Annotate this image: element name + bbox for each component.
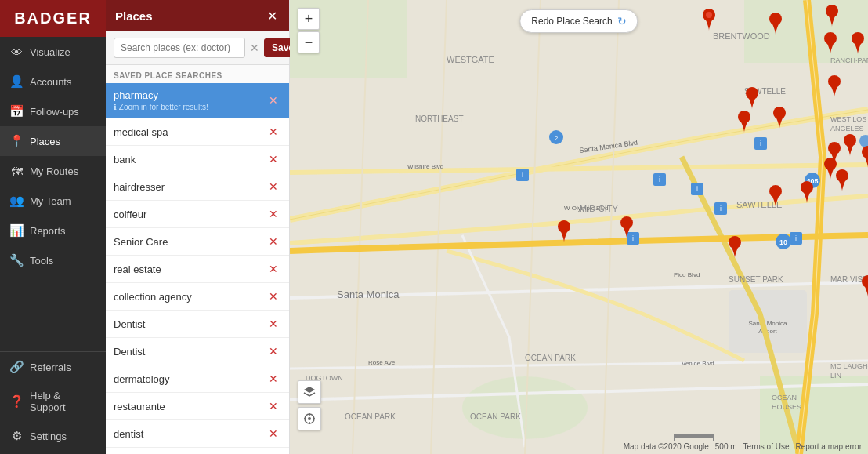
svg-text:OCEAN PARK: OCEAN PARK <box>345 412 396 421</box>
zoom-out-button[interactable]: − <box>298 31 320 53</box>
saved-searches-label: SAVED PLACE SEARCHES <box>106 65 289 83</box>
delete-item-button[interactable]: ✕ <box>266 289 281 303</box>
places-search-area: ✕ Save <box>106 31 289 65</box>
svg-text:OCEAN PARK: OCEAN PARK <box>525 354 576 362</box>
delete-item-button[interactable]: ✕ <box>266 262 281 276</box>
sidebar-item-reports[interactable]: 📊 Reports <box>0 216 106 245</box>
delete-item-button[interactable]: ✕ <box>266 93 281 107</box>
svg-text:OCEAN: OCEAN <box>772 394 797 401</box>
sidebar-item-settings[interactable]: ⚙ Settings <box>0 421 106 451</box>
delete-item-button[interactable]: ✕ <box>266 180 281 194</box>
svg-text:OCEAN PARK: OCEAN PARK <box>470 412 521 421</box>
svg-text:i: i <box>632 234 634 242</box>
svg-rect-78 <box>674 434 713 438</box>
svg-text:LIN: LIN <box>830 372 841 380</box>
svg-text:i: i <box>795 234 797 242</box>
map-container[interactable]: Santa Monica Airport <box>290 0 868 454</box>
svg-rect-80 <box>713 434 714 441</box>
list-item[interactable]: dentist ✕ <box>106 420 289 448</box>
delete-item-button[interactable]: ✕ <box>266 427 281 441</box>
list-item[interactable]: collection agency ✕ <box>106 283 289 311</box>
sidebar-item-referrals[interactable]: 🔗 Referrals <box>0 352 106 382</box>
clear-search-button[interactable]: ✕ <box>250 42 259 54</box>
sidebar-item-places[interactable]: 📍 Places <box>0 126 106 156</box>
list-item[interactable]: restaurante ✕ <box>106 393 289 420</box>
list-item[interactable]: real estate ✕ <box>106 256 289 283</box>
list-item[interactable]: hairdresser ✕ <box>106 173 289 201</box>
visualize-icon: 👁 <box>9 45 24 59</box>
delete-item-button[interactable]: ✕ <box>266 125 281 139</box>
list-item[interactable]: Senior Care ✕ <box>106 228 289 256</box>
list-item[interactable]: hospital ✕ <box>106 448 289 454</box>
sidebar: BADGER 👁 Visualize 👤 Accounts 📅 Follow-u… <box>0 0 106 454</box>
svg-text:HOUSES: HOUSES <box>772 403 801 411</box>
sidebar-item-visualize[interactable]: 👁 Visualize <box>0 37 106 67</box>
map-bottom-controls <box>298 380 321 430</box>
search-input[interactable] <box>114 38 245 58</box>
map-controls: + − <box>298 8 320 53</box>
delete-item-button[interactable]: ✕ <box>266 207 281 221</box>
svg-text:Rose Ave: Rose Ave <box>368 359 396 366</box>
places-header: Places ✕ <box>106 0 289 31</box>
svg-text:MC LAUGH-: MC LAUGH- <box>830 362 868 370</box>
nav-menu: 👁 Visualize 👤 Accounts 📅 Follow-ups 📍 Pl… <box>0 37 106 351</box>
list-item[interactable]: dermatology ✕ <box>106 365 289 393</box>
svg-text:i: i <box>760 140 761 147</box>
svg-text:i: i <box>522 171 523 179</box>
svg-text:Santa Monica: Santa Monica <box>337 289 400 300</box>
delete-item-button[interactable]: ✕ <box>266 152 281 166</box>
list-item[interactable]: Dentist ✕ <box>106 338 289 365</box>
svg-rect-79 <box>674 434 675 441</box>
delete-item-button[interactable]: ✕ <box>266 372 281 386</box>
sidebar-item-accounts[interactable]: 👤 Accounts <box>0 67 106 96</box>
svg-text:Santa Monica: Santa Monica <box>749 320 787 327</box>
app-logo: BADGER <box>0 0 106 37</box>
terms-of-use-link[interactable]: Terms of Use <box>743 442 790 451</box>
delete-item-button[interactable]: ✕ <box>266 234 281 249</box>
team-icon: 👥 <box>9 194 24 208</box>
places-list: pharmacy ℹ Zoom in for better results! ✕… <box>106 83 289 454</box>
places-icon: 📍 <box>9 134 24 148</box>
sidebar-item-follow-ups[interactable]: 📅 Follow-ups <box>0 96 106 126</box>
sidebar-item-tools[interactable]: 🔧 Tools <box>0 245 106 275</box>
help-icon: ❓ <box>9 394 24 409</box>
close-button[interactable]: ✕ <box>264 8 280 24</box>
list-item[interactable]: Dentist ✕ <box>106 311 289 338</box>
sidebar-item-help-support[interactable]: ❓ Help & Support <box>0 382 106 421</box>
routes-icon: 🗺 <box>9 164 24 178</box>
followups-icon: 📅 <box>9 104 24 118</box>
accounts-icon: 👤 <box>9 74 24 89</box>
svg-text:2: 2 <box>555 135 559 142</box>
map-background: Santa Monica Airport <box>290 0 868 454</box>
places-panel-title: Places <box>115 9 153 23</box>
sidebar-item-my-routes[interactable]: 🗺 My Routes <box>0 156 106 186</box>
svg-text:i: i <box>720 205 722 212</box>
svg-text:WEST LOS: WEST LOS <box>830 115 866 123</box>
map-layer-button[interactable] <box>298 380 321 404</box>
sidebar-bottom: 🔗 Referrals ❓ Help & Support ⚙ Settings <box>0 351 106 454</box>
layers-icon <box>303 386 316 398</box>
svg-text:MID-CITY: MID-CITY <box>580 204 619 213</box>
location-button[interactable] <box>298 407 321 430</box>
report-map-error-link[interactable]: Report a map error <box>796 442 862 451</box>
svg-point-4 <box>462 376 588 439</box>
delete-item-button[interactable]: ✕ <box>266 399 281 413</box>
svg-text:Wilshire Blvd: Wilshire Blvd <box>407 163 443 170</box>
list-item[interactable]: medical spa ✕ <box>106 118 289 146</box>
redo-icon: ↻ <box>617 15 627 27</box>
location-icon <box>303 412 316 425</box>
list-item[interactable]: coiffeur ✕ <box>106 201 289 228</box>
list-item[interactable]: pharmacy ℹ Zoom in for better results! ✕ <box>106 83 289 118</box>
list-item[interactable]: bank ✕ <box>106 146 289 173</box>
delete-item-button[interactable]: ✕ <box>266 317 281 331</box>
svg-text:Pico Blvd: Pico Blvd <box>674 271 700 278</box>
svg-text:BRENTWOOD: BRENTWOOD <box>713 31 770 41</box>
sidebar-item-my-team[interactable]: 👥 My Team <box>0 186 106 216</box>
places-panel: Places ✕ ✕ Save SAVED PLACE SEARCHES pha… <box>106 0 290 454</box>
svg-text:i: i <box>696 185 698 193</box>
map-footer: Map data ©2020 Google 500 m Terms of Use… <box>624 442 862 451</box>
redo-search-button[interactable]: Redo Place Search ↻ <box>519 9 638 33</box>
svg-point-82 <box>308 417 311 420</box>
zoom-in-button[interactable]: + <box>298 8 320 30</box>
delete-item-button[interactable]: ✕ <box>266 344 281 358</box>
